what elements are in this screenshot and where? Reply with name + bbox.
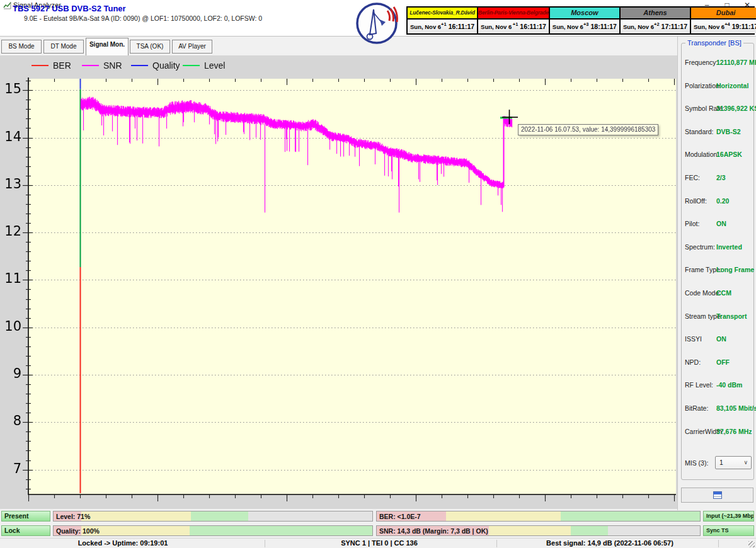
field-value: 12110,877 MHz bbox=[716, 59, 756, 66]
clock-time: Sun, Nov 6+116:11:17 bbox=[408, 18, 477, 33]
transponder-row: NPD:OFF bbox=[685, 358, 753, 367]
clock-utc-offset: +1 bbox=[441, 21, 447, 27]
transponder-row: BitRate:83,105 Mbit/s bbox=[685, 404, 753, 413]
field-value: Transport bbox=[716, 312, 747, 320]
statusbar-divider bbox=[265, 540, 265, 547]
transponder-row: Frequency:12110,877 MHz bbox=[685, 59, 753, 67]
statusbar-divider bbox=[496, 540, 497, 547]
field-label: ISSYI bbox=[685, 335, 702, 343]
ts-window-button[interactable] bbox=[681, 488, 753, 503]
transponder-row: ISSYION bbox=[685, 335, 753, 344]
clock-utc-offset: +4 bbox=[724, 21, 730, 27]
legend-line-icon bbox=[32, 65, 49, 66]
clock-hms: 18:11:17 bbox=[590, 23, 616, 30]
clock-athens: AthensSun, Nov 6+217:11:17 bbox=[621, 8, 690, 33]
indicator-lock: Lock bbox=[1, 525, 50, 536]
world-clocks: Lučenec-Slovakia_R.DávidSun, Nov 6+116:1… bbox=[406, 6, 755, 35]
transponder-row: Modulation:16APSK bbox=[685, 151, 753, 159]
gauge-zone-green bbox=[190, 526, 372, 535]
transponder-row: Stream type:Transport bbox=[685, 312, 753, 321]
field-label: Code Mode: bbox=[685, 289, 721, 297]
legend-label: BER bbox=[53, 60, 71, 71]
transponder-row: RollOff:0.20 bbox=[685, 197, 753, 206]
gauge-bar: Quality: 100% bbox=[53, 525, 373, 536]
field-label: RollOff: bbox=[685, 197, 707, 205]
field-label: Frequency: bbox=[685, 59, 718, 66]
gauge-bar: BER: <1.0E-7 bbox=[376, 511, 701, 522]
transponder-row: Frame Type:Long Frame bbox=[685, 266, 753, 275]
tab-dt-mode[interactable]: DT Mode bbox=[43, 40, 84, 54]
clock-city: Athens bbox=[621, 8, 690, 18]
gauge-zone-yellow bbox=[446, 511, 561, 521]
legend-item-quality: Quality bbox=[131, 60, 180, 71]
gauge-zone-yellow bbox=[489, 526, 571, 535]
field-value: Inverted bbox=[716, 243, 742, 251]
gauge-zone-green bbox=[571, 526, 608, 535]
transponder-row: FEC:2/3 bbox=[685, 174, 753, 183]
legend-item-snr: SNR bbox=[82, 60, 122, 71]
legend-label: Quality bbox=[152, 60, 180, 71]
gauge-zone-green bbox=[191, 511, 248, 521]
legend-line-icon bbox=[131, 65, 148, 66]
field-label: Modulation: bbox=[685, 151, 719, 158]
transponder-title: Transponder [BS] bbox=[685, 39, 743, 47]
resize-grip[interactable] bbox=[748, 541, 755, 547]
field-label: NPD: bbox=[685, 358, 701, 366]
legend-item-level: Level bbox=[183, 60, 225, 71]
tuner-subtitle: 9.0E - Eutelsat 9B/Ka-Sat 9A (ID: 0090) … bbox=[24, 14, 262, 22]
field-label: RF Level: bbox=[685, 381, 713, 389]
tab-av-player[interactable]: AV Player bbox=[172, 40, 212, 54]
chevron-down-icon: ∨ bbox=[743, 457, 748, 469]
clock-date: Sun, Nov 6 bbox=[623, 23, 654, 30]
tab-signal-mon-[interactable]: Signal Mon. bbox=[86, 38, 129, 55]
clock-lu-enec-slovakia-r-d-vid: Lučenec-Slovakia_R.DávidSun, Nov 6+116:1… bbox=[408, 8, 477, 33]
mis-value: 1 bbox=[719, 459, 723, 466]
indicator-sync-ts: Sync TS bbox=[703, 525, 754, 536]
field-value: ON bbox=[716, 335, 726, 343]
legend-label: Level bbox=[204, 60, 225, 71]
statusbar-divider bbox=[718, 540, 719, 547]
gauge-zone-gray bbox=[248, 511, 372, 521]
transponder-row: Spectrum:Inverted bbox=[685, 243, 753, 252]
clock-utc-offset: +3 bbox=[583, 21, 589, 27]
mis-dropdown[interactable]: 1 ∨ bbox=[715, 456, 752, 469]
gauge-text: SNR: 14,3 dB (Margin: 7,3 dB | OK) bbox=[379, 526, 488, 536]
transponder-row: Standard:DVB-S2 bbox=[685, 128, 753, 137]
statusbar-text: SYNC 1 | TEI 0 | CC 136 bbox=[341, 539, 418, 547]
signal-chart-canvas[interactable] bbox=[0, 55, 677, 509]
gauge-zone-green bbox=[561, 511, 700, 521]
dxsatcs-logo-icon bbox=[355, 2, 399, 52]
chart-tooltip: 2022-11-06 16.07.53, value: 14,399999618… bbox=[518, 124, 658, 135]
clock-date: Sun, Nov 6 bbox=[553, 23, 583, 30]
gauge-zone-gray bbox=[608, 526, 700, 535]
clock-utc-offset: +2 bbox=[654, 21, 660, 27]
statusbar-text: Locked -> Uptime: 09:19:01 bbox=[78, 539, 168, 547]
field-value: Horizontal bbox=[716, 82, 748, 89]
gauge-text: BER: <1.0E-7 bbox=[379, 511, 421, 522]
tab-tsa-ok-[interactable]: TSA (OK) bbox=[130, 40, 170, 54]
transponder-row: RF Level:-40 dBm bbox=[685, 381, 753, 390]
field-label: Spectrum: bbox=[685, 243, 715, 251]
clock-utc-offset: +1 bbox=[513, 21, 518, 27]
transponder-row: Pilot:ON bbox=[685, 220, 753, 229]
transponder-row: CarrierWidth:37,676 MHz bbox=[685, 428, 753, 437]
clock-time: Sun, Nov 6+116:11:17 bbox=[478, 18, 549, 33]
tuner-title: TBS 5927 USB DVB-S2 Tuner bbox=[13, 4, 126, 13]
window-list-icon bbox=[713, 491, 722, 499]
field-label: BitRate: bbox=[685, 404, 708, 412]
legend-label: SNR bbox=[103, 60, 122, 71]
field-value: 37,676 MHz bbox=[716, 428, 752, 435]
field-value: -40 dBm bbox=[716, 381, 742, 389]
gauge-bar: Level: 71% bbox=[53, 511, 373, 522]
clock-dubai: DubaiSun, Nov 6+419:11:17 bbox=[691, 8, 756, 33]
tab-strip: BS ModeDT ModeSignal Mon.TSA (OK)AV Play… bbox=[0, 37, 677, 55]
field-value: DVB-S2 bbox=[716, 128, 741, 135]
field-value: ON bbox=[716, 220, 726, 227]
tab-bs-mode[interactable]: BS Mode bbox=[1, 40, 42, 54]
clock-city: Dubai bbox=[691, 8, 756, 18]
field-value: 16APSK bbox=[716, 151, 742, 158]
clock-date: Sun, Nov 6 bbox=[410, 23, 441, 30]
clock-city: Lučenec-Slovakia_R.Dávid bbox=[408, 8, 477, 18]
legend-line-icon bbox=[183, 65, 200, 66]
clock-time: Sun, Nov 6+318:11:17 bbox=[550, 18, 619, 33]
